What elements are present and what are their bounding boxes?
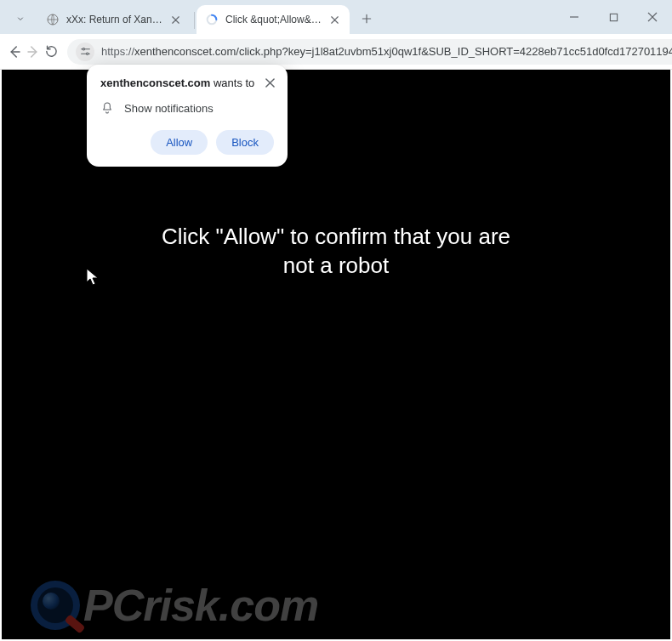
close-icon <box>647 12 658 22</box>
reload-icon <box>44 44 59 59</box>
svg-point-3 <box>83 48 84 50</box>
popup-header: xenthenconscet.com wants to <box>100 77 274 89</box>
tab-search-dropdown[interactable] <box>9 7 32 31</box>
back-button[interactable] <box>7 38 22 65</box>
popup-actions: Allow Block <box>100 130 274 155</box>
block-button[interactable]: Block <box>216 130 274 155</box>
chevron-down-icon <box>15 14 26 24</box>
popup-domain: xenthenconscet.com <box>100 77 210 89</box>
tab-strip: xXx: Return of Xander Cage : 12 Click &q… <box>7 0 555 34</box>
window-controls <box>555 0 672 34</box>
window-maximize-button[interactable] <box>594 0 633 34</box>
url-text: https://xenthenconscet.com/click.php?key… <box>101 45 672 58</box>
popup-permission-row: Show notifications <box>100 101 274 115</box>
url-scheme: https:// <box>101 45 134 58</box>
globe-icon <box>46 13 60 26</box>
popup-prompt-suffix: wants to <box>210 77 254 89</box>
close-icon <box>172 16 179 24</box>
tune-icon <box>80 46 91 57</box>
tab-close-button[interactable] <box>168 13 182 26</box>
tab-title: xXx: Return of Xander Cage : 12 <box>66 14 165 26</box>
window-minimize-button[interactable] <box>555 0 594 34</box>
tab-inactive-0[interactable]: xXx: Return of Xander Cage : 12 <box>37 5 191 34</box>
url-rest: xenthenconscet.com/click.php?key=j1l8at2… <box>134 45 672 58</box>
address-bar[interactable]: https://xenthenconscet.com/click.php?key… <box>67 39 672 65</box>
window-close-button[interactable] <box>633 0 672 34</box>
bell-icon <box>100 101 114 115</box>
allow-button[interactable]: Allow <box>151 130 208 155</box>
site-info-button[interactable] <box>76 43 94 61</box>
forward-button[interactable] <box>26 38 41 65</box>
close-icon <box>265 78 275 88</box>
tab-close-button[interactable] <box>327 13 341 26</box>
new-tab-button[interactable] <box>355 7 379 31</box>
arrow-left-icon <box>7 44 22 60</box>
page-message: Click "Allow" to confirm that you are no… <box>157 223 515 281</box>
svg-rect-2 <box>610 14 617 20</box>
watermark-logo-icon <box>31 581 80 630</box>
spinner-icon <box>205 13 219 26</box>
tab-separator <box>194 12 195 29</box>
notification-permission-popup: xenthenconscet.com wants to Show notific… <box>87 65 288 167</box>
svg-point-4 <box>86 53 88 54</box>
watermark: PCrisk.com <box>31 580 318 631</box>
browser-titlebar: xXx: Return of Xander Cage : 12 Click &q… <box>0 0 672 34</box>
arrow-right-icon <box>26 44 41 60</box>
tab-title: Click &quot;Allow&quot; <box>225 14 324 26</box>
popup-permission-label: Show notifications <box>124 102 214 115</box>
minimize-icon <box>569 12 579 22</box>
plus-icon <box>361 13 373 25</box>
popup-close-button[interactable] <box>262 75 277 90</box>
tab-active[interactable]: Click &quot;Allow&quot; <box>196 5 350 34</box>
close-icon <box>331 16 339 24</box>
maximize-icon <box>609 13 618 22</box>
reload-button[interactable] <box>44 38 59 65</box>
watermark-text: PCrisk.com <box>83 580 318 631</box>
